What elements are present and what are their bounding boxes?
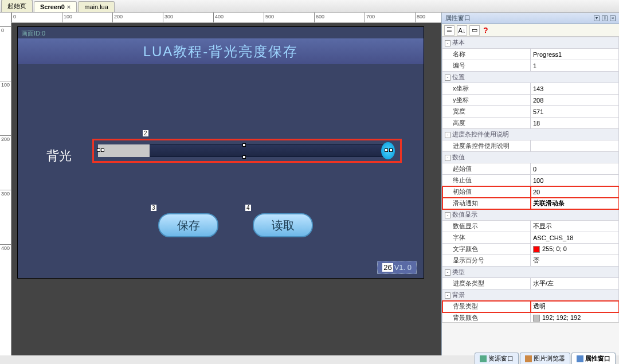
group-type[interactable]: -类型 [442,267,619,278]
prop-init-key: 初始值 [442,186,531,198]
prop-slidenotify-value[interactable]: 关联滑动条 [531,198,619,209]
horizontal-ruler: 0100200300400500600700800 [11,13,441,23]
prop-instr-key: 进度条控件使用说明 [442,140,531,152]
props-page-icon[interactable]: ▭ [469,25,480,36]
help-icon[interactable]: ? [483,26,488,35]
prop-name-key: 名称 [442,49,531,60]
prop-font-key: 字体 [442,232,531,244]
prop-w-value[interactable]: 571 [531,106,619,118]
design-canvas-area: 0100200300400500600700800 画面ID:0 LUA教程-背… [11,13,441,355]
bottom-tab-properties[interactable]: 属性窗口 [571,353,616,364]
prop-disp-key: 数值显示 [442,221,531,232]
group-bg[interactable]: -背景 [442,289,619,301]
prop-bartype-key: 进度条类型 [442,278,531,289]
prop-start-key: 起始值 [442,163,531,175]
categorize-icon[interactable]: ☰ [444,25,455,36]
color-swatch [533,315,540,322]
prop-start-value[interactable]: 0 [531,163,619,175]
prop-w-key: 宽度 [442,106,531,118]
collapse-icon[interactable]: - [445,212,450,218]
prop-x-key: x坐标 [442,83,531,95]
properties-panel: 属性窗口 ▾ ⇧ × ☰ A↓ ▭ ? -基本 名称Progress1 编号1 … [441,13,619,355]
group-display[interactable]: -数值显示 [442,209,619,221]
properties-description [442,322,619,355]
prop-font-value[interactable]: ASC_CHS_18 [531,232,619,244]
prop-percent-value[interactable]: 否 [531,255,619,267]
prop-textcolor-value[interactable]: 255; 0; 0 [531,244,619,255]
tab-strip: 起始页 Screen0× main.lua [0,0,619,13]
bottom-tab-strip: 资源窗口 图片浏览器 属性窗口 [475,353,616,364]
screen-canvas[interactable]: 画面ID:0 LUA教程-背光亮度保存 背光 2 3 4 保存 读取 [17,26,424,279]
marker-2: 2 [143,130,148,136]
vertical-ruler: 0100200300400 [0,13,11,355]
close-icon[interactable]: × [610,15,616,21]
screen-title: LUA教程-背光亮度保存 [18,38,424,64]
group-position[interactable]: -位置 [442,72,619,83]
collapse-icon[interactable]: - [445,269,450,276]
properties-toolbar: ☰ A↓ ▭ ? [442,24,619,37]
prop-textcolor-key: 文字颜色 [442,244,531,255]
prop-name-value[interactable]: Progress1 [531,49,619,60]
properties-panel-title: 属性窗口 ▾ ⇧ × [442,13,619,24]
tab-screen0[interactable]: Screen0× [34,1,77,12]
prop-bgtype-key: 背景类型 [442,301,531,312]
prop-h-value[interactable]: 18 [531,118,619,129]
footer-version-text: V1. 0 [394,263,412,272]
properties-icon [577,355,583,362]
close-icon[interactable]: × [67,3,70,10]
tab-main-lua[interactable]: main.lua [78,1,115,12]
prop-bgcolor-value[interactable]: 192; 192; 192 [531,312,619,323]
sort-icon[interactable]: A↓ [457,25,467,36]
prop-instr-value[interactable] [531,140,619,152]
backlight-label: 背光 [46,147,72,165]
tab-start[interactable]: 起始页 [1,0,33,12]
prop-end-value[interactable]: 100 [531,175,619,186]
prop-bgcolor-key: 背景颜色 [442,312,531,323]
prop-end-key: 终止值 [442,175,531,186]
bottom-tab-resources[interactable]: 资源窗口 [475,353,519,364]
image-browser-icon [525,355,532,362]
footer-num: 26 [382,263,393,272]
read-button[interactable]: 读取 [253,213,313,237]
group-basic[interactable]: -基本 [442,37,619,49]
properties-title-text: 属性窗口 [445,14,471,22]
save-button[interactable]: 保存 [158,213,218,237]
pin-icon[interactable]: ⇧ [602,15,608,21]
highlight-overlay [92,139,402,163]
collapse-icon[interactable]: - [445,75,450,81]
bottom-tab-image-browser[interactable]: 图片浏览器 [520,353,570,364]
prop-bgtype-value[interactable]: 透明 [531,301,619,312]
collapse-icon[interactable]: - [445,292,450,299]
resources-icon [480,355,487,362]
collapse-icon[interactable]: - [445,155,450,161]
prop-id-value[interactable]: 1 [531,60,619,72]
prop-percent-key: 显示百分号 [442,255,531,267]
marker-4: 4 [245,205,251,211]
pin-icon[interactable]: ▾ [594,15,600,21]
prop-y-value[interactable]: 208 [531,95,619,106]
collapse-icon[interactable]: - [445,132,450,138]
prop-slidenotify-key: 滑动通知 [442,198,531,209]
group-instr[interactable]: -进度条控件使用说明 [442,129,619,140]
prop-h-key: 高度 [442,118,531,129]
prop-bartype-value[interactable]: 水平/左 [531,278,619,289]
prop-disp-value[interactable]: 不显示 [531,221,619,232]
prop-y-key: y坐标 [442,95,531,106]
prop-init-value[interactable]: 20 [531,186,619,198]
color-swatch [533,246,540,253]
collapse-icon[interactable]: - [445,40,450,46]
footer-version: 26V1. 0 [377,261,417,274]
marker-3: 3 [151,205,156,211]
tab-screen0-label: Screen0 [40,3,65,10]
properties-grid[interactable]: -基本 名称Progress1 编号1 -位置 x坐标143 y坐标208 宽度… [442,37,619,322]
group-value[interactable]: -数值 [442,152,619,163]
prop-x-value[interactable]: 143 [531,83,619,95]
screen-id-label: 画面ID:0 [21,29,45,38]
prop-id-key: 编号 [442,60,531,72]
